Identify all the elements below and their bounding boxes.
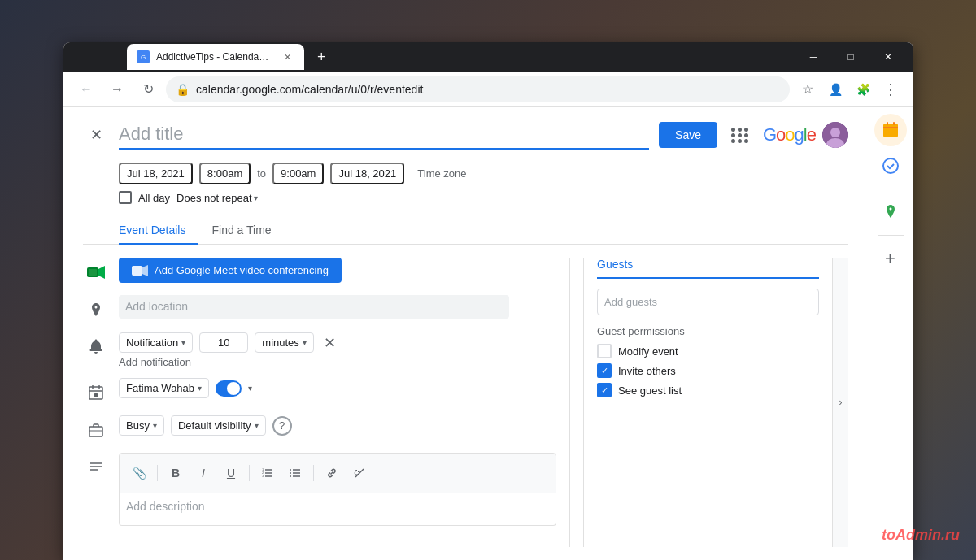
header-right: Google bbox=[763, 122, 848, 148]
calendar-name-label: Fatima Wahab bbox=[126, 382, 194, 394]
toolbar-divider-3 bbox=[313, 465, 314, 481]
notif-unit-label: minutes bbox=[262, 336, 299, 349]
notification-controls: Notification ▾ minutes ▾ ✕ bbox=[119, 332, 556, 353]
tab-event-details[interactable]: Event Details bbox=[119, 217, 198, 245]
right-collapse-btn[interactable]: › bbox=[832, 258, 848, 547]
notif-type-label: Notification bbox=[126, 336, 178, 349]
notification-unit-select[interactable]: minutes ▾ bbox=[255, 332, 314, 353]
visibility-help-btn[interactable]: ? bbox=[272, 416, 292, 436]
notification-value-input[interactable] bbox=[199, 332, 248, 353]
nav-actions: ☆ 👤 🧩 ⋮ bbox=[795, 76, 904, 102]
form-close-btn[interactable]: ✕ bbox=[83, 122, 109, 148]
profile-btn[interactable]: 👤 bbox=[822, 76, 848, 102]
side-icon-add-btn[interactable]: + bbox=[874, 242, 907, 275]
save-btn[interactable]: Save bbox=[659, 122, 717, 148]
allday-checkbox[interactable] bbox=[119, 191, 132, 204]
address-bar[interactable]: 🔒 calendar.google.com/calendar/u/0/r/eve… bbox=[166, 76, 790, 102]
forward-btn[interactable]: → bbox=[104, 76, 130, 102]
tab-find-a-time[interactable]: Find a Time bbox=[198, 217, 284, 245]
side-icon-maps[interactable] bbox=[874, 196, 907, 228]
new-tab-btn[interactable]: + bbox=[311, 49, 333, 66]
location-row bbox=[83, 295, 556, 323]
extension1-btn[interactable]: 🧩 bbox=[850, 76, 876, 102]
title-bar: G AddictiveTips - Calendar - Event ... ✕… bbox=[63, 42, 913, 72]
menu-btn[interactable]: ⋮ bbox=[878, 76, 904, 102]
permission-modify-event: Modify event bbox=[597, 344, 819, 358]
main-form-area: ✕ Save Google bbox=[63, 107, 868, 560]
tab-favicon: G bbox=[137, 50, 150, 63]
link-btn[interactable] bbox=[319, 460, 345, 486]
guests-section: Guests Guest permissions Modify event ✓ … bbox=[583, 258, 819, 547]
notification-type-select[interactable]: Notification ▾ bbox=[119, 332, 193, 353]
side-icon-tasks[interactable] bbox=[874, 150, 907, 182]
back-btn[interactable]: ← bbox=[73, 76, 99, 102]
svg-point-3 bbox=[830, 128, 840, 137]
toggle-knob bbox=[227, 382, 240, 395]
color-chevron: ▾ bbox=[248, 384, 252, 393]
briefcase-svg-icon bbox=[88, 422, 104, 438]
google-apps-btn[interactable] bbox=[727, 122, 753, 148]
google-meet-icon bbox=[87, 266, 105, 279]
location-input[interactable] bbox=[119, 295, 509, 319]
side-icon-calendar[interactable] bbox=[874, 114, 907, 146]
bell-icon bbox=[88, 339, 104, 355]
form-section: Add Google Meet video conferencing bbox=[83, 258, 556, 547]
calendar-color-toggle[interactable] bbox=[216, 380, 242, 397]
end-time-btn[interactable]: 9:00am bbox=[272, 163, 324, 184]
bookmark-star-btn[interactable]: ☆ bbox=[795, 76, 821, 102]
svg-marker-6 bbox=[98, 266, 105, 279]
underline-btn[interactable]: U bbox=[218, 460, 244, 486]
bold-btn[interactable]: B bbox=[163, 460, 189, 486]
browser-window: G AddictiveTips - Calendar - Event ... ✕… bbox=[63, 42, 913, 560]
svg-rect-33 bbox=[883, 124, 898, 137]
italic-btn[interactable]: I bbox=[190, 460, 216, 486]
apps-grid-icon bbox=[731, 128, 749, 143]
toolbar-divider-1 bbox=[157, 465, 158, 481]
clear-formatting-btn[interactable] bbox=[346, 460, 373, 486]
svg-rect-7 bbox=[89, 269, 97, 276]
add-guests-input[interactable] bbox=[597, 289, 819, 315]
status-content: Busy ▾ Default visibility ▾ ? bbox=[119, 415, 556, 436]
maximize-btn[interactable]: □ bbox=[832, 42, 869, 72]
calendar-content: Fatima Wahab ▾ ▾ bbox=[119, 378, 556, 398]
add-notification-btn[interactable]: Add notification bbox=[119, 356, 556, 368]
attach-btn[interactable]: 📎 bbox=[126, 460, 152, 486]
remove-notification-btn[interactable]: ✕ bbox=[320, 333, 340, 353]
invite-others-label: Invite others bbox=[618, 365, 676, 377]
svg-point-29 bbox=[290, 469, 291, 471]
add-meet-btn[interactable]: Add Google Meet video conferencing bbox=[119, 258, 342, 283]
see-guest-list-checkbox[interactable]: ✓ bbox=[597, 383, 612, 397]
user-avatar[interactable] bbox=[822, 122, 848, 148]
allday-label: All day bbox=[138, 192, 170, 204]
description-content: 📎 B I U 123 bbox=[119, 453, 556, 526]
timezone-btn[interactable]: Time zone bbox=[411, 164, 473, 183]
calendar-icon bbox=[83, 380, 109, 406]
editor-toolbar: 📎 B I U 123 bbox=[119, 453, 556, 493]
notification-icon bbox=[83, 334, 109, 360]
unordered-list-btn[interactable] bbox=[282, 460, 308, 486]
minimize-btn[interactable]: ─ bbox=[795, 42, 832, 72]
calendar-selector[interactable]: Fatima Wahab ▾ ▾ bbox=[119, 378, 556, 398]
repeat-select[interactable]: Does not repeat ▾ bbox=[176, 192, 258, 204]
end-date-btn[interactable]: Jul 18, 2021 bbox=[330, 163, 404, 184]
modify-event-checkbox[interactable] bbox=[597, 344, 612, 358]
ordered-list-btn[interactable]: 123 bbox=[255, 460, 281, 486]
svg-rect-34 bbox=[883, 127, 898, 128]
browser-tab[interactable]: G AddictiveTips - Calendar - Event ... ✕ bbox=[127, 44, 304, 70]
meet-btn-label: Add Google Meet video conferencing bbox=[155, 264, 329, 276]
form-header: ✕ Save Google bbox=[83, 120, 848, 150]
calendar-name-select[interactable]: Fatima Wahab ▾ bbox=[119, 378, 209, 398]
event-title-input[interactable] bbox=[119, 120, 649, 150]
location-content bbox=[119, 295, 556, 319]
tab-close-btn[interactable]: ✕ bbox=[280, 50, 294, 64]
busy-status-select[interactable]: Busy ▾ bbox=[119, 415, 164, 436]
start-date-btn[interactable]: Jul 18, 2021 bbox=[119, 163, 193, 184]
invite-others-checkbox[interactable]: ✓ bbox=[597, 363, 612, 378]
description-area[interactable]: Add description bbox=[119, 493, 556, 526]
start-time-btn[interactable]: 8:00am bbox=[199, 163, 251, 184]
close-btn[interactable]: ✕ bbox=[869, 42, 907, 72]
reload-btn[interactable]: ↻ bbox=[135, 76, 161, 102]
visibility-select[interactable]: Default visibility ▾ bbox=[171, 415, 266, 436]
svg-text:3: 3 bbox=[262, 474, 264, 478]
permission-invite-others: ✓ Invite others bbox=[597, 363, 819, 378]
